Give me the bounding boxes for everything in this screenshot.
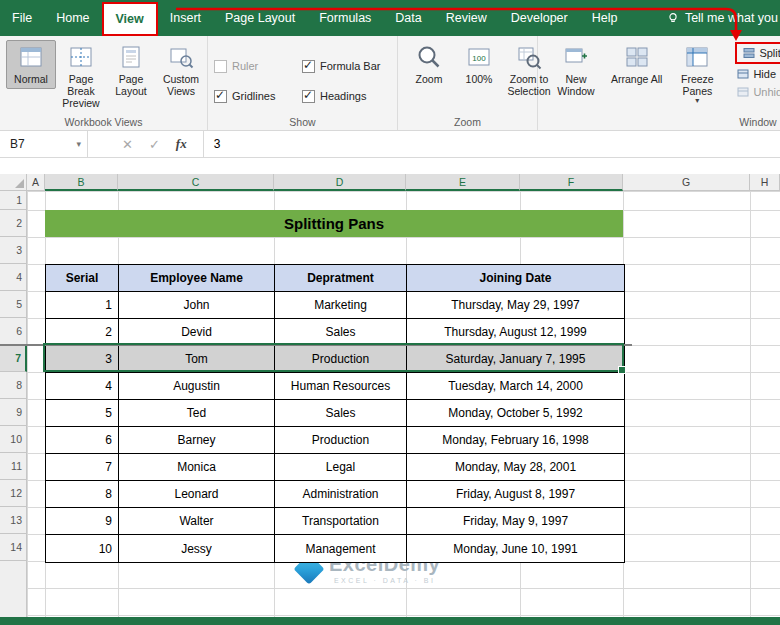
- new-window-button[interactable]: New Window: [544, 40, 608, 101]
- tab-home[interactable]: Home: [44, 0, 101, 36]
- row-header-1[interactable]: 1: [0, 191, 26, 210]
- cell-serial[interactable]: 7: [46, 454, 119, 480]
- header-serial[interactable]: Serial: [46, 265, 119, 291]
- page-break-preview-button[interactable]: Page Break Preview: [56, 40, 106, 113]
- cell-serial[interactable]: 6: [46, 427, 119, 453]
- cell-department[interactable]: Marketing: [275, 292, 407, 318]
- cell-joining-date[interactable]: Tuesday, March 14, 2000: [407, 373, 624, 399]
- tab-formulas[interactable]: Formulas: [307, 0, 383, 36]
- cell-department[interactable]: Sales: [275, 400, 407, 426]
- cell-department[interactable]: Production: [275, 346, 407, 372]
- row-header-4[interactable]: 4: [0, 264, 26, 291]
- row-header-12[interactable]: 12: [0, 480, 26, 507]
- cell-serial[interactable]: 5: [46, 400, 119, 426]
- header-joining-date[interactable]: Joining Date: [407, 265, 624, 291]
- column-header-B[interactable]: B: [45, 174, 118, 191]
- cancel-entry-icon[interactable]: ✕: [122, 137, 133, 152]
- name-box-dropdown-icon[interactable]: ▾: [76, 139, 81, 149]
- tell-me-box[interactable]: Tell me what you: [667, 0, 780, 36]
- row-header-8[interactable]: 8: [0, 372, 26, 399]
- cell-joining-date[interactable]: Friday, August 8, 1997: [407, 481, 624, 507]
- cell-name[interactable]: Jessy: [119, 535, 275, 562]
- formula-input[interactable]: 3: [204, 137, 780, 151]
- tab-review[interactable]: Review: [434, 0, 499, 36]
- row-header-13[interactable]: 13: [0, 507, 26, 534]
- cell-name[interactable]: Devid: [119, 319, 275, 345]
- cell-joining-date[interactable]: Thursday, May 29, 1997: [407, 292, 624, 318]
- split-line[interactable]: [0, 344, 632, 346]
- cell-department[interactable]: Sales: [275, 319, 407, 345]
- insert-function-icon[interactable]: fx: [176, 136, 187, 152]
- column-header-A[interactable]: A: [27, 174, 45, 191]
- cell-joining-date[interactable]: Monday, February 16, 1998: [407, 427, 624, 453]
- cell-department[interactable]: Legal: [275, 454, 407, 480]
- split-button[interactable]: Split: [741, 45, 780, 61]
- custom-views-button[interactable]: Custom Views: [156, 40, 206, 101]
- column-header-G[interactable]: G: [623, 174, 750, 191]
- cell-serial[interactable]: 8: [46, 481, 119, 507]
- page-layout-view-button[interactable]: Page Layout: [106, 40, 156, 101]
- cell-department[interactable]: Management: [275, 535, 407, 562]
- row-header-6[interactable]: 6: [0, 318, 26, 345]
- select-all-corner[interactable]: [0, 174, 27, 191]
- cell-name[interactable]: Barney: [119, 427, 275, 453]
- cell-name[interactable]: Augustin: [119, 373, 275, 399]
- cell-department[interactable]: Transportation: [275, 508, 407, 534]
- row-header-7[interactable]: 7: [0, 345, 27, 372]
- tab-help[interactable]: Help: [580, 0, 630, 36]
- column-header-H[interactable]: H: [750, 174, 780, 191]
- cell-name[interactable]: John: [119, 292, 275, 318]
- cell-name[interactable]: Monica: [119, 454, 275, 480]
- row-header-14[interactable]: 14: [0, 534, 26, 561]
- cell-serial-active[interactable]: 3: [46, 346, 119, 372]
- tab-data[interactable]: Data: [383, 0, 433, 36]
- normal-view-button[interactable]: Normal: [6, 40, 56, 89]
- cell-name[interactable]: Tom: [119, 346, 275, 372]
- title-banner[interactable]: Splitting Pans: [45, 210, 623, 237]
- cell-serial[interactable]: 1: [46, 292, 119, 318]
- cell-joining-date[interactable]: Friday, May 9, 1997: [407, 508, 624, 534]
- gridlines-checkbox[interactable]: Gridlines: [214, 86, 286, 106]
- cell-name[interactable]: Walter: [119, 508, 275, 534]
- tab-view[interactable]: View: [102, 2, 158, 36]
- cell-serial[interactable]: 4: [46, 373, 119, 399]
- row-header-9[interactable]: 9: [0, 399, 26, 426]
- row-header-3[interactable]: 3: [0, 237, 26, 264]
- unhide-button[interactable]: Unhide: [735, 84, 780, 100]
- cell-department[interactable]: Production: [275, 427, 407, 453]
- cell-joining-date[interactable]: Monday, June 10, 1991: [407, 535, 624, 562]
- formula-bar-checkbox[interactable]: Formula Bar: [302, 56, 391, 76]
- headings-checkbox[interactable]: Headings: [302, 86, 391, 106]
- cell-joining-date[interactable]: Saturday, January 7, 1995: [407, 346, 624, 372]
- header-employee-name[interactable]: Employee Name: [119, 265, 275, 291]
- cell-department[interactable]: Human Resources: [275, 373, 407, 399]
- zoom-button[interactable]: Zoom: [404, 40, 454, 89]
- name-box[interactable]: B7 ▾: [0, 131, 88, 157]
- cell-joining-date[interactable]: Thursday, August 12, 1999: [407, 319, 624, 345]
- cell-joining-date[interactable]: Monday, May 28, 2001: [407, 454, 624, 480]
- hide-button[interactable]: Hide: [735, 66, 780, 82]
- cell-serial[interactable]: 9: [46, 508, 119, 534]
- row-header-5[interactable]: 5: [0, 291, 26, 318]
- tab-developer[interactable]: Developer: [499, 0, 580, 36]
- column-header-E[interactable]: E: [406, 174, 520, 191]
- tab-insert[interactable]: Insert: [158, 0, 213, 36]
- row-header-11[interactable]: 11: [0, 453, 26, 480]
- tab-file[interactable]: File: [0, 0, 44, 36]
- cell-serial[interactable]: 10: [46, 535, 119, 562]
- arrange-all-button[interactable]: Arrange All: [608, 40, 665, 89]
- cell-joining-date[interactable]: Monday, October 5, 1992: [407, 400, 624, 426]
- zoom-100-button[interactable]: 100 100%: [454, 40, 504, 89]
- cell-name[interactable]: Ted: [119, 400, 275, 426]
- freeze-panes-button[interactable]: Freeze Panes ▾: [665, 40, 729, 108]
- column-header-F[interactable]: F: [520, 174, 623, 191]
- row-header-2[interactable]: 2: [0, 210, 26, 237]
- row-header-10[interactable]: 10: [0, 426, 26, 453]
- tab-page-layout[interactable]: Page Layout: [213, 0, 307, 36]
- column-header-D[interactable]: D: [274, 174, 406, 191]
- ruler-checkbox[interactable]: Ruler: [214, 56, 286, 76]
- confirm-entry-icon[interactable]: ✓: [149, 137, 160, 152]
- cell-department[interactable]: Administration: [275, 481, 407, 507]
- header-department[interactable]: Depratment: [275, 265, 407, 291]
- cell-name[interactable]: Leonard: [119, 481, 275, 507]
